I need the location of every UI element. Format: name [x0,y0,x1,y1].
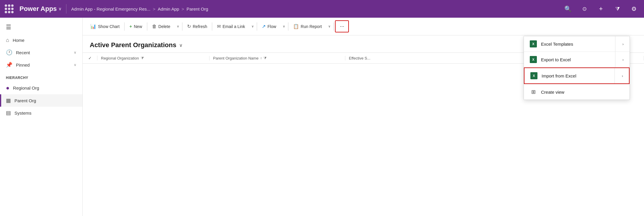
sidebar-regional-org-label: Regional Org [13,85,39,90]
separator-line [615,36,615,52]
sidebar-home-label: Home [13,38,24,43]
main-layout: ☰ ⌂ Home 🕐 Recent ∨ 📌 Pinned ∨ Hierarchy… [0,18,644,216]
toolbar-divider-1 [124,22,125,31]
refresh-label: Refresh [193,24,207,29]
delete-label: Delete [158,24,170,29]
refresh-icon: ↻ [187,24,191,29]
sidebar-parent-org-label: Parent Org [14,98,36,103]
top-nav-actions: 🔍 ⊙ + ⧩ ⚙ [563,4,639,14]
breadcrumb-separator2: > [182,6,184,11]
show-chart-label: Show Chart [98,24,120,29]
regional-org-col-label: Regional Organization [101,56,139,60]
sidebar-item-parent-org[interactable]: ▦ Parent Org [0,94,82,107]
toolbar-divider-4 [212,22,212,31]
toolbar-divider-6 [288,22,288,31]
email-chevron[interactable]: ∨ [249,22,256,31]
refresh-button[interactable]: ↻ Refresh [183,21,211,32]
add-button[interactable]: + [596,4,606,14]
pinned-icon: 📌 [6,62,12,68]
sidebar-pinned-label: Pinned [16,62,30,67]
regional-org-filter-icon[interactable]: ⧩ [141,56,144,60]
sidebar-recent-label: Recent [16,50,30,55]
run-report-button[interactable]: 📋 Run Report [289,21,326,32]
toolbar-divider-2 [147,22,147,31]
show-chart-icon: 📊 [90,24,96,29]
recent-chevron: ∨ [74,50,76,55]
create-view-item[interactable]: ⊞ Create view [524,84,630,100]
table-col-regional-org: Regional Organization ⧩ [97,56,210,60]
export-excel-item[interactable]: X Export to Excel › [524,52,630,67]
breadcrumb-app: Admin App - Regional Emergency Res... [71,6,150,11]
table-col-parent-org-name: Parent Organization Name ↑ ⧩ [210,56,345,60]
flow-icon: ↗ [262,24,266,29]
import-excel-icon: X [530,72,537,79]
breadcrumb: Admin App - Regional Emergency Res... > … [71,6,208,11]
excel-templates-item[interactable]: X Excel Templates › [524,36,630,52]
excel-templates-arrow: › [622,42,624,46]
parent-org-name-sort-icon[interactable]: ↑ [260,56,262,60]
parent-org-icon: ▦ [6,97,11,104]
hierarchy-section-label: Hierarchy [0,71,82,82]
run-report-chevron[interactable]: ∨ [326,22,333,31]
view-title: Active Parent Organizations [90,41,176,49]
run-report-icon: 📋 [293,24,299,29]
flow-button[interactable]: ↗ Flow [258,21,280,32]
import-excel-item[interactable]: X Import from Excel › [524,67,630,84]
create-view-label: Create view [541,90,564,95]
sidebar-item-home[interactable]: ⌂ Home [0,34,82,46]
sidebar-item-regional-org[interactable]: ● Regional Org [0,82,82,94]
search-button[interactable]: 🔍 [563,4,573,14]
excel-templates-label: Excel Templates [541,42,573,47]
create-view-icon: ⊞ [530,88,537,95]
more-options-label: ··· [340,23,344,29]
new-button[interactable]: + New [125,22,146,32]
export-excel-arrow: › [622,57,624,62]
sidebar-systems-label: Systems [14,111,32,116]
settings-button[interactable]: ⚙ [629,4,639,14]
sidebar-item-recent[interactable]: 🕐 Recent ∨ [0,46,82,59]
app-logo[interactable]: Power Apps ∨ [19,5,61,13]
home-icon: ⌂ [6,37,9,43]
export-excel-icon: X [530,56,537,63]
show-chart-button[interactable]: 📊 Show Chart [86,21,124,32]
recent-icon: 🕐 [6,49,12,56]
content-area: 📊 Show Chart + New 🗑 Delete ∨ ↻ Refresh [83,18,644,216]
export-excel-label: Export to Excel [541,57,571,62]
import-excel-label: Import from Excel [542,73,576,78]
excel-templates-icon: X [530,40,537,47]
app-name: Power Apps [19,5,57,13]
email-icon: ✉ [217,24,221,29]
new-icon: + [129,24,132,29]
top-navigation: Power Apps ∨ Admin App - Regional Emerge… [0,0,644,18]
pinned-chevron: ∨ [74,63,76,67]
view-title-chevron[interactable]: ∨ [179,42,183,48]
new-label: New [134,24,142,29]
sidebar-item-pinned[interactable]: 📌 Pinned ∨ [0,59,82,71]
breadcrumb-page: Parent Org [187,6,208,11]
delete-button[interactable]: 🗑 Delete [148,22,174,32]
regional-org-icon: ● [6,85,9,91]
email-link-button[interactable]: ✉ Email a Link [213,21,249,32]
toolbar-divider-7 [334,22,334,31]
systems-icon: ▤ [6,110,11,116]
effective-col-label: Effective S... [349,56,370,60]
target-button[interactable]: ⊙ [579,4,590,14]
flow-chevron[interactable]: ∨ [280,22,287,31]
app-launcher-icon[interactable] [5,4,14,13]
run-report-label: Run Report [301,24,322,29]
breadcrumb-separator: > [153,6,156,11]
table-col-check[interactable]: ✓ [83,56,97,60]
flow-label: Flow [267,24,276,29]
hamburger-menu[interactable]: ☰ [0,20,82,34]
sidebar-item-systems[interactable]: ▤ Systems [0,107,82,119]
more-options-button[interactable]: ··· [335,20,349,32]
filter-button[interactable]: ⧩ [612,4,623,14]
toolbar-divider-5 [257,22,257,31]
delete-chevron[interactable]: ∨ [174,22,182,31]
email-link-label: Email a Link [223,24,245,29]
delete-icon: 🗑 [152,24,157,29]
parent-org-name-filter-icon[interactable]: ⧩ [264,56,267,60]
nav-divider [66,4,66,14]
breadcrumb-section: Admin App [158,6,179,11]
parent-org-name-col-label: Parent Organization Name [213,56,259,60]
